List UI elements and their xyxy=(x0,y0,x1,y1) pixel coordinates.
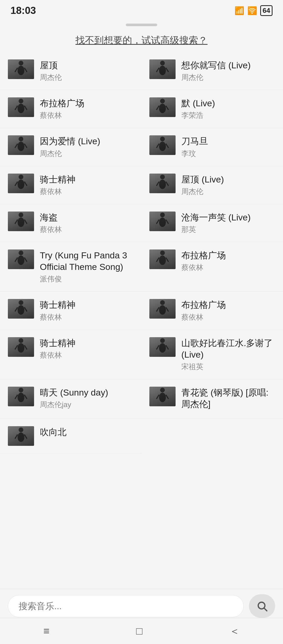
song-item[interactable]: 布拉格广场蔡依林 xyxy=(142,292,283,330)
song-artist: 那英 xyxy=(181,225,275,235)
svg-line-38 xyxy=(156,220,159,224)
svg-point-52 xyxy=(160,300,165,305)
song-thumbnail xyxy=(149,212,176,231)
svg-line-62 xyxy=(156,345,159,349)
song-item[interactable]: 骑士精神蔡依林 xyxy=(0,330,142,379)
song-info: 布拉格广场蔡依林 xyxy=(181,249,275,273)
song-title: 默 (Live) xyxy=(181,97,275,109)
song-item[interactable]: 晴天 (Sunny day)周杰伦jay xyxy=(0,379,142,419)
song-artist: 蔡依林 xyxy=(40,225,134,235)
status-bar: 18:03 📶 🛜 64 xyxy=(0,0,283,21)
svg-line-74 xyxy=(15,435,18,439)
song-info: 吹向北 xyxy=(40,426,134,439)
svg-line-51 xyxy=(24,307,27,312)
song-artist: 周杰伦jay xyxy=(40,400,134,410)
song-item[interactable]: 布拉格广场蔡依林 xyxy=(142,242,283,292)
song-title: 布拉格广场 xyxy=(40,97,134,109)
figure-silhouette xyxy=(14,250,28,267)
song-info: 因为爱情 (Live)周杰伦 xyxy=(40,135,134,158)
song-item[interactable]: 因为爱情 (Live)周杰伦 xyxy=(0,128,142,166)
home-button[interactable]: □ xyxy=(126,623,153,640)
svg-line-58 xyxy=(15,345,18,349)
song-info: 晴天 (Sunny day)周杰伦jay xyxy=(40,387,134,410)
song-thumbnail xyxy=(149,97,176,117)
svg-point-64 xyxy=(19,388,23,392)
search-icon xyxy=(256,600,268,612)
song-info: 骑士精神蔡依林 xyxy=(40,174,134,197)
svg-point-53 xyxy=(159,305,166,315)
wifi-icon: 🛜 xyxy=(247,6,257,15)
song-thumbnail xyxy=(8,387,34,406)
song-info: 屋顶周杰伦 xyxy=(40,59,134,82)
svg-line-15 xyxy=(166,106,168,110)
song-item[interactable]: 默 (Live)李荣浩 xyxy=(142,90,283,128)
song-item[interactable]: 想你就写信 (Live)周杰伦 xyxy=(142,52,283,90)
song-title: 屋顶 (Live) xyxy=(181,174,275,185)
song-info: 布拉格广场蔡依林 xyxy=(181,299,275,322)
song-item[interactable]: 刀马旦李玟 xyxy=(142,128,283,166)
song-item[interactable]: 布拉格广场蔡依林 xyxy=(0,90,142,128)
song-title: 青花瓷 (钢琴版) [原唱: 周杰伦] xyxy=(181,387,275,410)
svg-line-22 xyxy=(156,144,159,148)
svg-line-18 xyxy=(15,144,18,148)
menu-button[interactable]: ≡ xyxy=(33,623,60,640)
svg-point-37 xyxy=(159,218,166,227)
figure-silhouette xyxy=(14,136,28,153)
song-item[interactable]: 骑士精神蔡依林 xyxy=(0,166,142,204)
song-thumbnail xyxy=(149,135,176,155)
figure-silhouette xyxy=(156,136,169,153)
search-input-wrap[interactable] xyxy=(8,595,244,617)
svg-point-61 xyxy=(159,343,166,353)
back-button[interactable]: ＜ xyxy=(219,621,250,641)
figure-silhouette xyxy=(14,98,28,115)
svg-point-72 xyxy=(19,428,23,432)
svg-line-63 xyxy=(166,345,168,349)
svg-line-39 xyxy=(166,220,168,224)
svg-point-48 xyxy=(19,300,23,305)
svg-point-20 xyxy=(160,137,165,141)
search-button[interactable] xyxy=(249,594,275,618)
song-info: Try (Kung Fu Panda 3 Official Theme Song… xyxy=(40,249,134,284)
figure-silhouette xyxy=(156,60,169,76)
svg-line-34 xyxy=(15,220,18,224)
svg-line-7 xyxy=(166,68,168,72)
song-info: 青花瓷 (钢琴版) [原唱: 周杰伦] xyxy=(181,387,275,411)
svg-line-11 xyxy=(24,106,27,110)
svg-point-12 xyxy=(160,99,165,103)
svg-line-30 xyxy=(156,182,159,186)
song-item[interactable]: 骑士精神蔡依林 xyxy=(0,292,142,330)
advanced-search-link[interactable]: 找不到想要的，试试高级搜索？ xyxy=(0,26,283,52)
song-artist: 蔡依林 xyxy=(40,187,134,197)
svg-line-23 xyxy=(166,144,168,148)
svg-line-77 xyxy=(264,608,267,611)
figure-silhouette xyxy=(14,338,28,354)
song-item[interactable]: Try (Kung Fu Panda 3 Official Theme Song… xyxy=(0,242,142,292)
svg-line-55 xyxy=(166,307,168,312)
song-item[interactable]: 青花瓷 (钢琴版) [原唱: 周杰伦] xyxy=(142,379,283,419)
song-item[interactable]: 屋顶周杰伦 xyxy=(0,52,142,90)
svg-line-70 xyxy=(156,395,159,399)
svg-point-41 xyxy=(18,256,24,265)
song-item[interactable]: 海盗蔡依林 xyxy=(0,204,142,242)
song-artist: 周杰伦 xyxy=(181,187,275,197)
drag-handle xyxy=(126,24,157,26)
svg-line-26 xyxy=(15,182,18,186)
song-info: 沧海一声笑 (Live)那英 xyxy=(181,212,275,235)
song-info: 屋顶 (Live)周杰伦 xyxy=(181,174,275,197)
song-info: 默 (Live)李荣浩 xyxy=(181,97,275,120)
song-artist: 李荣浩 xyxy=(181,110,275,120)
song-item[interactable]: 沧海一声笑 (Live)那英 xyxy=(142,204,283,242)
svg-line-66 xyxy=(15,395,18,399)
song-item[interactable]: 吹向北 xyxy=(0,419,142,453)
song-artist: 蔡依林 xyxy=(181,312,275,322)
song-title: 布拉格广场 xyxy=(181,249,275,261)
song-thumbnail xyxy=(8,337,34,357)
nav-bar: ≡ □ ＜ xyxy=(0,618,283,644)
svg-point-9 xyxy=(18,104,24,113)
song-item[interactable]: 山歌好比春江水.多谢了 (Live)宋祖英 xyxy=(142,330,283,379)
search-input[interactable] xyxy=(19,601,233,611)
song-artist: 李玟 xyxy=(181,149,275,159)
svg-point-68 xyxy=(160,388,165,392)
song-item[interactable]: 屋顶 (Live)周杰伦 xyxy=(142,166,283,204)
songs-grid: 屋顶周杰伦 想你就写信 (Live)周杰伦 布拉格广场蔡依林 默 (Live)李… xyxy=(0,52,283,453)
